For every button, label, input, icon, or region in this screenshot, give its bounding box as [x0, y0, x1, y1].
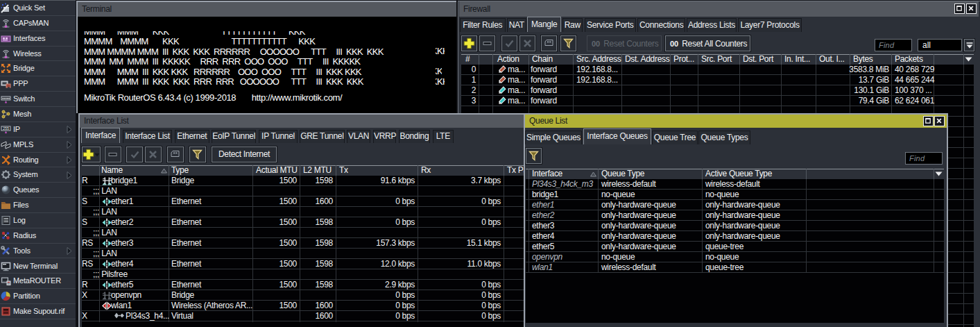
svg-text:255: 255 [3, 126, 9, 131]
